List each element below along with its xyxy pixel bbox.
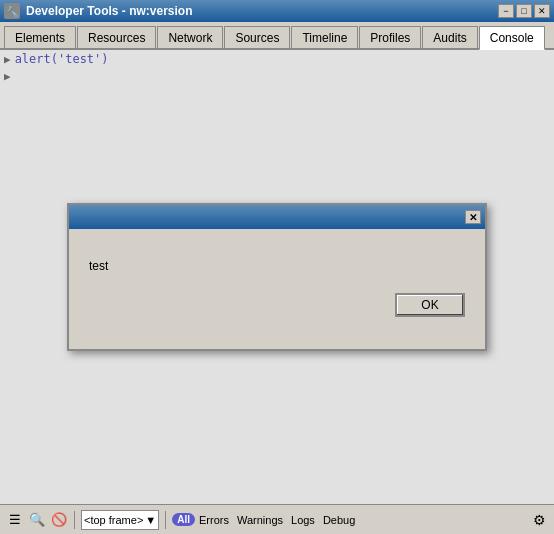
filter-logs[interactable]: Logs (291, 514, 315, 526)
tab-resources[interactable]: Resources (77, 26, 156, 48)
tab-timeline[interactable]: Timeline (291, 26, 358, 48)
dialog-overlay: ✕ test OK (0, 50, 554, 504)
window-title: Developer Tools - nw:version (26, 4, 498, 18)
separator-2 (165, 511, 166, 529)
frame-label: <top frame> (84, 514, 143, 526)
minimize-button[interactable]: − (498, 4, 514, 18)
tab-audits[interactable]: Audits (422, 26, 477, 48)
search-icon[interactable]: 🔍 (28, 511, 46, 529)
settings-icon[interactable]: ⚙ (530, 511, 548, 529)
list-icon[interactable]: ☰ (6, 511, 24, 529)
title-bar: 🔧 Developer Tools - nw:version − □ ✕ (0, 0, 554, 22)
ok-button[interactable]: OK (395, 293, 465, 317)
dialog-message: test (89, 259, 465, 273)
filter-items: Errors Warnings Logs Debug (199, 514, 526, 526)
tab-sources[interactable]: Sources (224, 26, 290, 48)
dialog-body: test OK (69, 229, 485, 349)
dialog-title-bar: ✕ (69, 205, 485, 229)
tab-elements[interactable]: Elements (4, 26, 76, 48)
dialog-close-button[interactable]: ✕ (465, 210, 481, 224)
separator-1 (74, 511, 75, 529)
frame-selector[interactable]: <top frame> ▼ (81, 510, 159, 530)
filter-errors[interactable]: Errors (199, 514, 229, 526)
block-icon[interactable]: 🚫 (50, 511, 68, 529)
close-button[interactable]: ✕ (534, 4, 550, 18)
dialog-buttons: OK (89, 293, 465, 325)
tab-network[interactable]: Network (157, 26, 223, 48)
filter-debug[interactable]: Debug (323, 514, 355, 526)
content-area: ▶ alert('test') ▶ ✕ test OK (0, 50, 554, 504)
alert-dialog: ✕ test OK (67, 203, 487, 351)
frame-arrow-icon: ▼ (145, 514, 156, 526)
tab-console[interactable]: Console (479, 26, 545, 50)
tab-bar: Elements Resources Network Sources Timel… (0, 22, 554, 50)
window-controls: − □ ✕ (498, 4, 550, 18)
bottom-bar: ☰ 🔍 🚫 <top frame> ▼ All Errors Warnings … (0, 504, 554, 534)
filter-warnings[interactable]: Warnings (237, 514, 283, 526)
app-icon: 🔧 (4, 3, 20, 19)
filter-all-badge[interactable]: All (172, 513, 195, 526)
tab-profiles[interactable]: Profiles (359, 26, 421, 48)
maximize-button[interactable]: □ (516, 4, 532, 18)
